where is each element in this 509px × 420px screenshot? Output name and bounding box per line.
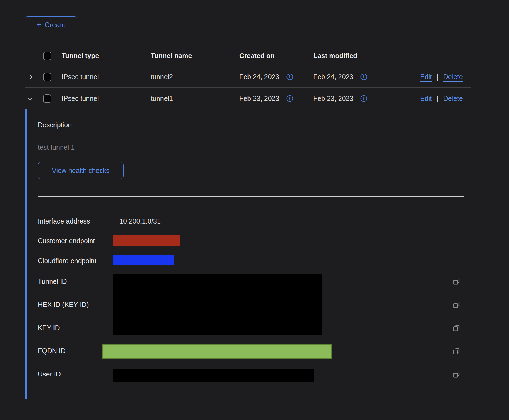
section-divider xyxy=(38,196,464,197)
ids-redacted-value xyxy=(113,274,322,335)
header-created-on: Created on xyxy=(239,45,275,66)
info-circle-icon[interactable] xyxy=(286,95,293,102)
created-on-cell: Feb 23, 2023 xyxy=(239,95,279,102)
info-circle-icon[interactable] xyxy=(360,95,367,102)
customer-endpoint-redacted-value xyxy=(113,235,180,246)
user-id-redacted-value xyxy=(113,369,314,382)
header-tunnel-name: Tunnel name xyxy=(151,45,192,66)
created-on-cell: Feb 24, 2023 xyxy=(239,73,279,81)
cloudflare-endpoint-label: Cloudflare endpoint xyxy=(38,257,96,265)
header-last-modified: Last modified xyxy=(313,45,357,66)
edit-link[interactable]: Edit xyxy=(420,73,432,81)
last-modified-cell: Feb 24, 2023 xyxy=(313,73,353,81)
delete-link[interactable]: Delete xyxy=(443,95,463,102)
cloudflare-endpoint-redacted-value xyxy=(113,255,174,265)
action-separator: | xyxy=(437,73,438,81)
key-id-label: KEY ID xyxy=(38,324,60,332)
copy-key-id-button[interactable] xyxy=(452,324,460,332)
view-health-checks-button[interactable]: View health checks xyxy=(38,162,124,179)
hex-id-label: HEX ID (KEY ID) xyxy=(38,301,89,309)
table-row: IPsec tunnel tunnel2 Feb 24, 2023 Feb 24… xyxy=(25,66,471,88)
tunnel-name-cell: tunnel2 xyxy=(151,66,173,87)
copy-icon xyxy=(452,277,460,285)
customer-endpoint-label: Customer endpoint xyxy=(38,237,95,245)
action-separator: | xyxy=(437,95,438,102)
copy-hex-id-button[interactable] xyxy=(452,301,460,309)
copy-icon xyxy=(452,347,460,355)
interface-address-value: 10.200.1.0/31 xyxy=(119,217,161,225)
tunnel-type-cell: IPsec tunnel xyxy=(62,66,99,87)
description-label: Description xyxy=(38,121,72,129)
create-button-label: Create xyxy=(45,21,66,29)
edit-link[interactable]: Edit xyxy=(420,95,432,102)
fqdn-id-label: FQDN ID xyxy=(38,347,66,355)
tunnel-id-label: Tunnel ID xyxy=(38,277,67,285)
copy-icon xyxy=(452,301,460,309)
select-all-checkbox[interactable] xyxy=(43,52,51,60)
row-checkbox[interactable] xyxy=(43,94,51,103)
chevron-right-icon xyxy=(28,74,35,81)
tunnels-table: Tunnel type Tunnel name Created on Last … xyxy=(25,45,471,109)
copy-icon xyxy=(452,324,460,332)
expand-row-button[interactable] xyxy=(28,74,35,81)
info-circle-icon[interactable] xyxy=(360,73,367,81)
tunnel-type-cell: IPsec tunnel xyxy=(62,88,99,109)
table-row: IPsec tunnel tunnel1 Feb 23, 2023 Feb 23… xyxy=(25,88,471,109)
last-modified-cell: Feb 23, 2023 xyxy=(313,95,353,102)
copy-fqdn-id-button[interactable] xyxy=(452,347,460,355)
delete-link[interactable]: Delete xyxy=(443,73,463,81)
table-header-row: Tunnel type Tunnel name Created on Last … xyxy=(25,45,471,66)
tunnel-name-cell: tunnel1 xyxy=(151,88,173,109)
create-button[interactable]: + Create xyxy=(25,16,77,33)
plus-icon: + xyxy=(36,20,42,29)
info-circle-icon[interactable] xyxy=(286,73,293,81)
description-value: test tunnel 1 xyxy=(38,143,75,151)
tunnel-detail-panel: Description test tunnel 1 View health ch… xyxy=(25,109,471,399)
interface-address-label: Interface address xyxy=(38,217,90,225)
copy-user-id-button[interactable] xyxy=(452,370,460,378)
copy-icon xyxy=(452,370,460,378)
tunnels-page: + Create Tunnel type Tunnel name Created… xyxy=(0,0,509,420)
user-id-label: User ID xyxy=(38,370,61,378)
header-tunnel-type: Tunnel type xyxy=(62,45,99,66)
copy-tunnel-id-button[interactable] xyxy=(452,277,460,285)
chevron-down-icon xyxy=(26,95,34,102)
fqdn-id-redacted-value xyxy=(102,344,332,359)
row-checkbox[interactable] xyxy=(43,73,51,81)
collapse-row-button[interactable] xyxy=(26,95,34,102)
